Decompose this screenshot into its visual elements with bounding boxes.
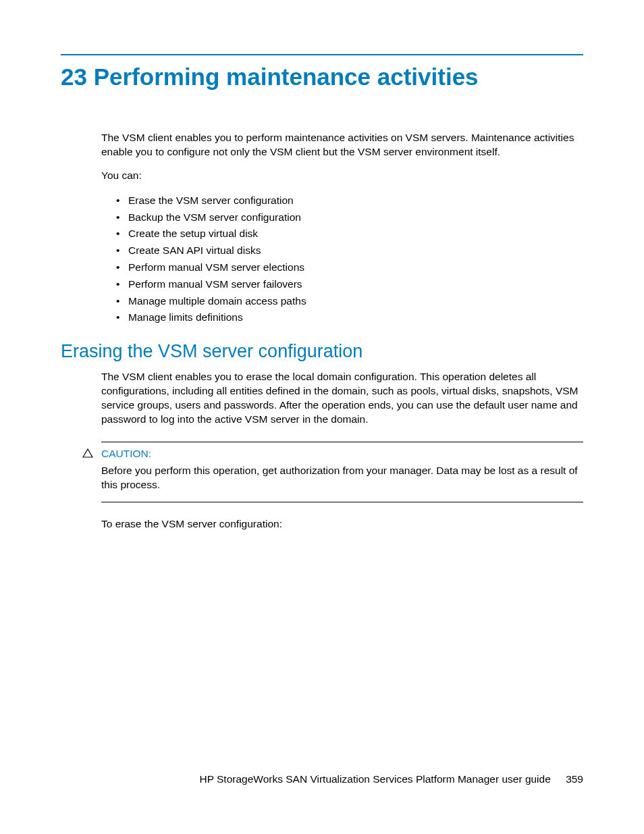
caution-box: CAUTION: Before you perform this operati… <box>101 442 583 502</box>
list-item: Perform manual VSM server failovers <box>116 276 583 293</box>
list-item: Create the setup virtual disk <box>116 226 583 242</box>
chapter-number: 23 <box>61 63 87 90</box>
list-item: Erase the VSM server configuration <box>116 192 583 209</box>
footer-doc-title: HP StorageWorks SAN Virtualization Servi… <box>199 773 550 785</box>
section-title: Erasing the VSM server configuration <box>61 341 583 362</box>
chapter-title: 23 Performing maintenance activities <box>61 63 583 90</box>
caution-label: CAUTION: <box>101 448 583 460</box>
section-paragraph-1: The VSM client enables you to erase the … <box>101 370 583 427</box>
list-item: Backup the VSM server configuration <box>116 209 583 226</box>
caution-text: Before you perform this operation, get a… <box>101 464 583 492</box>
chapter-heading: Performing maintenance activities <box>94 63 479 90</box>
after-caution-paragraph: To erase the VSM server configuration: <box>101 517 583 531</box>
intro-paragraph-1: The VSM client enables you to perform ma… <box>101 131 583 159</box>
list-item: Manage limits definitions <box>116 309 583 326</box>
caution-icon <box>82 448 93 458</box>
capabilities-list: Erase the VSM server configuration Backu… <box>116 192 583 326</box>
list-item: Perform manual VSM server elections <box>116 259 583 276</box>
list-item: Create SAN API virtual disks <box>116 242 583 259</box>
intro-paragraph-2: You can: <box>101 169 583 183</box>
page-footer: HP StorageWorks SAN Virtualization Servi… <box>199 773 583 785</box>
list-item: Manage multiple domain access paths <box>116 293 583 310</box>
footer-page-number: 359 <box>566 773 583 785</box>
top-rule <box>61 54 583 55</box>
